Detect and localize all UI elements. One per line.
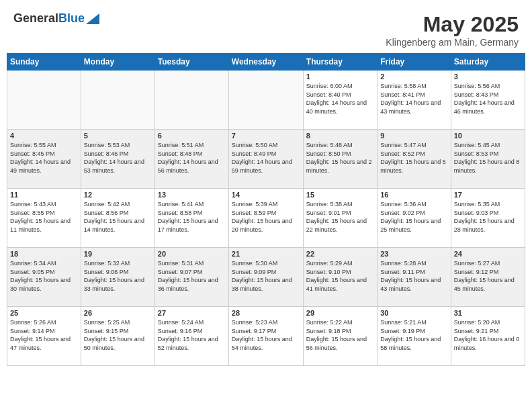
calendar-day-cell: 21Sunrise: 5:30 AM Sunset: 9:09 PM Dayli… <box>228 248 303 307</box>
calendar-day-cell: 3Sunrise: 5:56 AM Sunset: 8:43 PM Daylig… <box>451 71 525 130</box>
calendar-day-cell: 25Sunrise: 5:26 AM Sunset: 9:14 PM Dayli… <box>7 307 81 366</box>
day-number: 27 <box>158 309 226 317</box>
calendar-day-cell: 1Sunrise: 6:00 AM Sunset: 8:40 PM Daylig… <box>303 71 377 130</box>
calendar-day-cell: 13Sunrise: 5:41 AM Sunset: 8:58 PM Dayli… <box>154 189 228 248</box>
day-number: 13 <box>158 191 226 199</box>
weekday-header-friday: Friday <box>378 54 451 71</box>
day-number: 7 <box>232 132 300 140</box>
day-number: 9 <box>380 132 447 140</box>
day-info: Sunrise: 5:32 AM Sunset: 9:06 PM Dayligh… <box>84 259 152 293</box>
calendar-day-cell: 26Sunrise: 5:25 AM Sunset: 9:15 PM Dayli… <box>81 307 154 366</box>
calendar-day-cell <box>81 71 154 130</box>
day-info: Sunrise: 5:42 AM Sunset: 8:56 PM Dayligh… <box>84 200 152 234</box>
weekday-header-monday: Monday <box>81 54 154 71</box>
calendar-day-cell: 14Sunrise: 5:39 AM Sunset: 8:59 PM Dayli… <box>228 189 303 248</box>
calendar-day-cell: 19Sunrise: 5:32 AM Sunset: 9:06 PM Dayli… <box>81 248 154 307</box>
logo-icon <box>86 12 99 26</box>
calendar-day-cell: 11Sunrise: 5:43 AM Sunset: 8:55 PM Dayli… <box>7 189 81 248</box>
day-number: 15 <box>306 191 374 199</box>
title-area: May 2025 Klingenberg am Main, Germany <box>386 12 519 48</box>
calendar-day-cell: 9Sunrise: 5:47 AM Sunset: 8:52 PM Daylig… <box>378 130 451 189</box>
day-info: Sunrise: 5:36 AM Sunset: 9:02 PM Dayligh… <box>380 200 447 234</box>
day-number: 10 <box>454 132 522 140</box>
month-title: May 2025 <box>386 12 519 37</box>
calendar-day-cell: 5Sunrise: 5:53 AM Sunset: 8:46 PM Daylig… <box>81 130 154 189</box>
weekday-header-sunday: Sunday <box>7 54 81 71</box>
day-info: Sunrise: 5:31 AM Sunset: 9:07 PM Dayligh… <box>158 259 226 293</box>
day-info: Sunrise: 5:21 AM Sunset: 9:19 PM Dayligh… <box>380 318 447 352</box>
day-info: Sunrise: 5:35 AM Sunset: 9:03 PM Dayligh… <box>454 200 522 234</box>
calendar-table: SundayMondayTuesdayWednesdayThursdayFrid… <box>7 53 525 366</box>
day-number: 24 <box>454 250 522 258</box>
day-info: Sunrise: 5:55 AM Sunset: 8:45 PM Dayligh… <box>10 141 78 175</box>
day-number: 25 <box>10 309 78 317</box>
calendar-day-cell: 8Sunrise: 5:48 AM Sunset: 8:50 PM Daylig… <box>303 130 377 189</box>
day-info: Sunrise: 5:22 AM Sunset: 9:18 PM Dayligh… <box>306 318 374 352</box>
day-number: 28 <box>232 309 300 317</box>
day-number: 23 <box>380 250 447 258</box>
day-number: 29 <box>306 309 374 317</box>
calendar-day-cell: 15Sunrise: 5:38 AM Sunset: 9:01 PM Dayli… <box>303 189 377 248</box>
day-info: Sunrise: 5:29 AM Sunset: 9:10 PM Dayligh… <box>306 259 374 293</box>
weekday-header-tuesday: Tuesday <box>154 54 228 71</box>
day-info: Sunrise: 5:30 AM Sunset: 9:09 PM Dayligh… <box>232 259 300 293</box>
svg-marker-0 <box>86 13 99 24</box>
page-header: GeneralBlue May 2025 Klingenberg am Main… <box>7 7 525 50</box>
calendar-week-row: 25Sunrise: 5:26 AM Sunset: 9:14 PM Dayli… <box>7 307 525 366</box>
day-info: Sunrise: 5:20 AM Sunset: 9:21 PM Dayligh… <box>454 318 522 352</box>
day-number: 8 <box>306 132 374 140</box>
calendar-day-cell: 17Sunrise: 5:35 AM Sunset: 9:03 PM Dayli… <box>451 189 525 248</box>
calendar-day-cell: 31Sunrise: 5:20 AM Sunset: 9:21 PM Dayli… <box>451 307 525 366</box>
day-number: 17 <box>454 191 522 199</box>
day-number: 3 <box>454 73 522 81</box>
day-number: 26 <box>84 309 152 317</box>
day-number: 1 <box>306 73 374 81</box>
weekday-header-saturday: Saturday <box>451 54 525 71</box>
day-number: 4 <box>10 132 78 140</box>
day-number: 12 <box>84 191 152 199</box>
day-number: 22 <box>306 250 374 258</box>
calendar-day-cell <box>228 71 303 130</box>
day-number: 18 <box>10 250 78 258</box>
day-info: Sunrise: 5:45 AM Sunset: 8:53 PM Dayligh… <box>454 141 522 175</box>
calendar-week-row: 11Sunrise: 5:43 AM Sunset: 8:55 PM Dayli… <box>7 189 525 248</box>
weekday-header-wednesday: Wednesday <box>228 54 303 71</box>
calendar-day-cell <box>7 71 81 130</box>
day-info: Sunrise: 5:41 AM Sunset: 8:58 PM Dayligh… <box>158 200 226 234</box>
calendar-day-cell: 16Sunrise: 5:36 AM Sunset: 9:02 PM Dayli… <box>378 189 451 248</box>
day-number: 11 <box>10 191 78 199</box>
day-info: Sunrise: 5:27 AM Sunset: 9:12 PM Dayligh… <box>454 259 522 293</box>
day-info: Sunrise: 5:28 AM Sunset: 9:11 PM Dayligh… <box>380 259 447 293</box>
day-info: Sunrise: 5:58 AM Sunset: 8:41 PM Dayligh… <box>380 82 447 116</box>
logo-general: GeneralBlue <box>13 12 85 26</box>
calendar-week-row: 1Sunrise: 6:00 AM Sunset: 8:40 PM Daylig… <box>7 71 525 130</box>
day-info: Sunrise: 5:56 AM Sunset: 8:43 PM Dayligh… <box>454 82 522 116</box>
day-info: Sunrise: 6:00 AM Sunset: 8:40 PM Dayligh… <box>306 82 374 116</box>
day-info: Sunrise: 5:38 AM Sunset: 9:01 PM Dayligh… <box>306 200 374 234</box>
day-number: 20 <box>158 250 226 258</box>
calendar-day-cell: 20Sunrise: 5:31 AM Sunset: 9:07 PM Dayli… <box>154 248 228 307</box>
weekday-header-row: SundayMondayTuesdayWednesdayThursdayFrid… <box>7 54 525 71</box>
day-info: Sunrise: 5:43 AM Sunset: 8:55 PM Dayligh… <box>10 200 78 234</box>
calendar-day-cell: 10Sunrise: 5:45 AM Sunset: 8:53 PM Dayli… <box>451 130 525 189</box>
day-info: Sunrise: 5:53 AM Sunset: 8:46 PM Dayligh… <box>84 141 152 175</box>
day-number: 2 <box>380 73 447 81</box>
weekday-header-thursday: Thursday <box>303 54 377 71</box>
day-number: 30 <box>380 309 447 317</box>
day-info: Sunrise: 5:39 AM Sunset: 8:59 PM Dayligh… <box>232 200 300 234</box>
calendar-week-row: 4Sunrise: 5:55 AM Sunset: 8:45 PM Daylig… <box>7 130 525 189</box>
calendar-day-cell: 7Sunrise: 5:50 AM Sunset: 8:49 PM Daylig… <box>228 130 303 189</box>
day-info: Sunrise: 5:50 AM Sunset: 8:49 PM Dayligh… <box>232 141 300 175</box>
day-number: 31 <box>454 309 522 317</box>
day-number: 21 <box>232 250 300 258</box>
logo: GeneralBlue <box>13 12 99 26</box>
day-number: 19 <box>84 250 152 258</box>
calendar-day-cell: 6Sunrise: 5:51 AM Sunset: 8:48 PM Daylig… <box>154 130 228 189</box>
day-info: Sunrise: 5:47 AM Sunset: 8:52 PM Dayligh… <box>380 141 447 175</box>
day-info: Sunrise: 5:48 AM Sunset: 8:50 PM Dayligh… <box>306 141 374 175</box>
day-info: Sunrise: 5:23 AM Sunset: 9:17 PM Dayligh… <box>232 318 300 352</box>
day-number: 16 <box>380 191 447 199</box>
calendar-day-cell: 30Sunrise: 5:21 AM Sunset: 9:19 PM Dayli… <box>378 307 451 366</box>
day-number: 5 <box>84 132 152 140</box>
calendar-day-cell: 4Sunrise: 5:55 AM Sunset: 8:45 PM Daylig… <box>7 130 81 189</box>
